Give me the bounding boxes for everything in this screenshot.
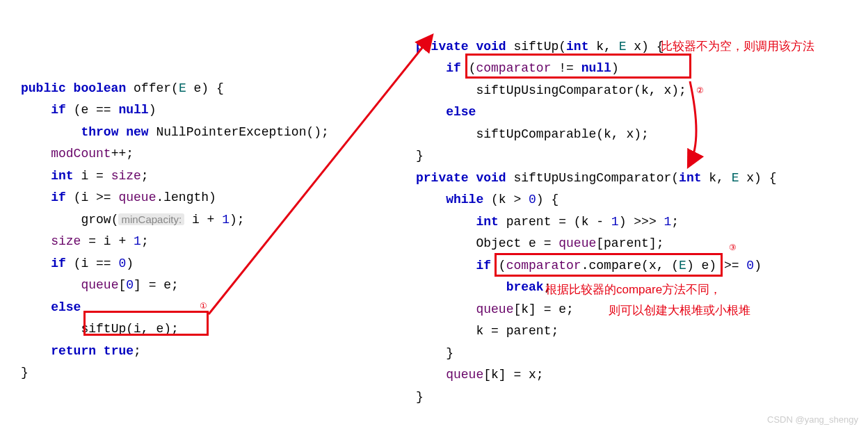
kw: public boolean (21, 81, 126, 95)
annotation-compare-varies-2: 则可以创建大根堆或小根堆 (609, 300, 750, 321)
marker-one: ① (200, 299, 207, 314)
param-hint: minCapacity: (118, 213, 184, 225)
highlight-box-siftup-call (83, 311, 209, 336)
siftup-using-comparator-call: siftUpUsingComparator(k, x); (476, 83, 686, 97)
highlight-box-siftup-using-comparator (465, 54, 691, 79)
annotation-comparator-not-null: 比较器不为空，则调用该方法 (661, 36, 814, 57)
highlight-box-compare (495, 253, 723, 277)
marker-two: ② (696, 83, 704, 98)
marker-three: ③ (729, 241, 737, 255)
annotation-compare-varies-1: 根据比较器的compare方法不同， (545, 279, 721, 300)
watermark: CSDN @yang_shengy (767, 412, 858, 428)
